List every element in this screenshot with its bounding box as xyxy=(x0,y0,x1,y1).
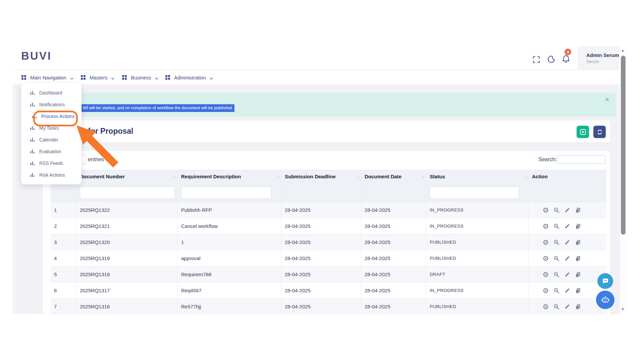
nav-masters[interactable]: Masters xyxy=(80,73,114,82)
assistant-bot-fab-button[interactable] xyxy=(596,291,614,309)
view-eye-icon[interactable] xyxy=(543,304,549,310)
grid-icon xyxy=(122,75,127,80)
copy-icon[interactable] xyxy=(575,272,581,278)
nav-main-navigation[interactable]: Main Navigation xyxy=(21,73,73,82)
entries-label: entries xyxy=(88,157,104,163)
col-header-requirement-description[interactable]: Requirement Description ↑↓ xyxy=(177,170,281,183)
bar-chart-icon xyxy=(30,102,35,107)
sort-icon[interactable]: ↑↓ xyxy=(277,175,279,179)
table-row[interactable]: 1 2025RQ1322 Publishh RFP 28-04-2025 28-… xyxy=(51,202,606,218)
col-header-submission-deadline[interactable]: Submission Deadline ↑↓ xyxy=(281,170,361,183)
edit-pencil-icon[interactable] xyxy=(564,304,570,310)
copy-icon[interactable] xyxy=(575,239,581,245)
zoom-preview-icon[interactable] xyxy=(553,288,559,294)
grid-icon xyxy=(165,75,170,80)
dark-mode-moon-icon[interactable] xyxy=(547,55,555,65)
table-row[interactable]: 3 2025RQ1320 1 28-04-2025 28-04-2025 PUB… xyxy=(51,234,606,250)
chevron-down-icon xyxy=(111,75,114,81)
zoom-preview-icon[interactable] xyxy=(553,304,559,310)
nav-administration[interactable]: Administration xyxy=(165,73,213,82)
filter-status-input[interactable] xyxy=(430,187,519,199)
table-row[interactable]: 4 2025RQ1319 approval 28-04-2025 28-04-2… xyxy=(51,250,606,266)
documents-table: Document Number ↑↓ Requirement Descripti… xyxy=(51,170,606,314)
scrollbar-up-arrow[interactable]: ▲ xyxy=(621,48,625,52)
copy-icon[interactable] xyxy=(575,207,581,213)
action-cell xyxy=(528,202,606,218)
status-cell: IN_PROGRESS xyxy=(426,283,528,298)
nav-label: Administration xyxy=(174,75,206,80)
table-header-row: Document Number ↑↓ Requirement Descripti… xyxy=(51,170,606,183)
view-eye-icon[interactable] xyxy=(543,255,549,261)
col-header-document-number[interactable]: Document Number ↑↓ xyxy=(76,170,177,183)
search-label: Search: xyxy=(538,157,557,163)
bar-chart-icon xyxy=(30,137,35,142)
view-eye-icon[interactable] xyxy=(543,223,549,229)
col-header-document-date[interactable]: Document Date ↑↓ xyxy=(361,170,426,183)
edit-pencil-icon[interactable] xyxy=(564,239,570,245)
search-input[interactable] xyxy=(557,155,605,164)
sort-icon[interactable]: ↑↓ xyxy=(173,175,175,179)
banner-highlighted-text: Wf will be started, and on completion of… xyxy=(80,104,234,112)
grid-icon xyxy=(21,75,26,80)
copy-icon[interactable] xyxy=(575,288,581,294)
bar-chart-icon xyxy=(30,125,35,130)
chat-bubble-icon xyxy=(601,277,609,285)
copy-icon[interactable] xyxy=(575,223,581,229)
chevron-down-icon xyxy=(210,75,213,81)
col-header-status[interactable]: Status ↑↓ xyxy=(426,170,528,183)
status-cell: PUBLISHED xyxy=(426,299,528,314)
action-cell xyxy=(528,234,606,250)
status-cell: IN_PROGRESS xyxy=(426,202,528,218)
status-cell: IN_PROGRESS xyxy=(426,218,528,234)
menu-item-calender[interactable]: Calender xyxy=(21,134,82,145)
notification-count-badge: 4 xyxy=(565,49,571,55)
zoom-preview-icon[interactable] xyxy=(553,255,559,261)
chat-fab-button[interactable] xyxy=(597,273,613,289)
copy-icon[interactable] xyxy=(575,255,581,261)
refresh-icon xyxy=(596,129,603,135)
page-title: for Proposal xyxy=(88,127,133,136)
sort-icon[interactable]: ↑↓ xyxy=(524,175,526,179)
filter-document-number-input[interactable] xyxy=(80,187,175,199)
edit-pencil-icon[interactable] xyxy=(564,223,570,229)
menu-item-risk-actions[interactable]: Risk Actions xyxy=(21,169,82,181)
zoom-preview-icon[interactable] xyxy=(553,272,559,278)
table-row[interactable]: 2 2025RQ1321 Cancel workflow 28-04-2025 … xyxy=(51,218,606,234)
edit-pencil-icon[interactable] xyxy=(564,255,570,261)
view-eye-icon[interactable] xyxy=(543,239,549,245)
view-eye-icon[interactable] xyxy=(543,288,549,294)
sort-icon[interactable]: ↑↓ xyxy=(422,175,424,179)
menu-item-evaluation[interactable]: Evaluation xyxy=(21,145,82,157)
highlight-box-process-actions xyxy=(33,111,78,126)
filter-requirement-description-input[interactable] xyxy=(181,187,271,199)
app-logo: BUVI xyxy=(21,50,52,62)
view-eye-icon[interactable] xyxy=(543,207,549,213)
banner-close-icon[interactable]: ✕ xyxy=(605,96,609,103)
add-button[interactable] xyxy=(577,126,589,138)
refresh-button[interactable] xyxy=(593,126,606,138)
table-row[interactable]: 6 2025RQ1317 Req4567 28-04-2025 28-04-20… xyxy=(51,282,606,298)
scrollbar-thumb[interactable] xyxy=(621,56,626,235)
action-cell xyxy=(528,218,606,234)
copy-icon[interactable] xyxy=(575,304,581,310)
zoom-preview-icon[interactable] xyxy=(553,207,559,213)
action-cell xyxy=(528,299,606,314)
menu-item-dashboard[interactable]: Dashboard xyxy=(21,87,82,99)
notifications-bell-icon[interactable] xyxy=(562,55,570,65)
menu-item-rss-feeds[interactable]: RSS Feeds xyxy=(21,157,82,169)
main-navigation-dropdown: Dashboard Notifications Process Actions … xyxy=(21,83,82,184)
view-eye-icon[interactable] xyxy=(543,272,549,278)
zoom-preview-icon[interactable] xyxy=(553,223,559,229)
user-profile[interactable]: Admin Serum Serum xyxy=(578,46,619,70)
table-row[interactable]: 5 2025RQ1318 Requirem788 28-04-2025 28-0… xyxy=(51,266,606,282)
table-row[interactable]: 7 2025RQ1316 Re577hjj 28-04-2025 28-04-2… xyxy=(51,298,606,314)
scrollbar-down-arrow[interactable]: ▼ xyxy=(621,307,625,311)
sort-icon[interactable]: ↑↓ xyxy=(357,175,359,179)
edit-pencil-icon[interactable] xyxy=(564,288,570,294)
menu-item-notifications[interactable]: Notifications xyxy=(21,99,82,110)
edit-pencil-icon[interactable] xyxy=(564,207,570,213)
zoom-preview-icon[interactable] xyxy=(553,239,559,245)
edit-pencil-icon[interactable] xyxy=(564,272,570,278)
fullscreen-icon[interactable] xyxy=(533,56,540,65)
nav-business[interactable]: Business xyxy=(122,73,158,82)
